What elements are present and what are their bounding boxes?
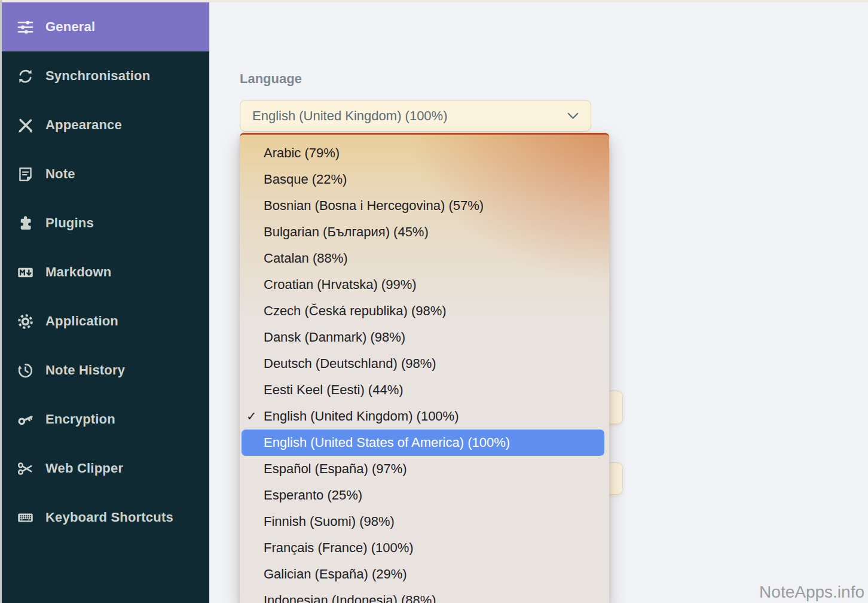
dropdown-option[interactable]: Basque (22%) [240, 166, 609, 193]
language-option-list: Arabic (79%) Basque (22%) Bosnian (Bosna… [240, 140, 609, 603]
dropdown-option[interactable]: Croatian (Hrvatska) (99%) [240, 272, 609, 298]
watermark-text: NoteApps.info [759, 583, 864, 602]
dropdown-option-label: Deutsch (Deutschland) (98%) [264, 356, 436, 371]
dropdown-option-label: Dansk (Danmark) (98%) [264, 330, 405, 345]
sidebar-item-plugins[interactable]: Plugins [0, 199, 209, 248]
dropdown-option[interactable]: Esperanto (25%) [240, 482, 609, 508]
sidebar-item-label: Plugins [45, 215, 94, 231]
dropdown-option[interactable]: Bosnian (Bosna i Hercegovina) (57%) [240, 193, 609, 219]
sidebar-item-encryption[interactable]: Encryption [0, 395, 209, 444]
sidebar-item-label: Note History [45, 363, 125, 378]
dropdown-option[interactable]: Dansk (Danmark) (98%) [240, 324, 609, 351]
window-left-border [0, 0, 2, 603]
sidebar-item-application[interactable]: Application [0, 297, 209, 346]
dropdown-option-label: Arabic (79%) [264, 145, 340, 161]
sidebar-item-note-history[interactable]: Note History [0, 346, 209, 395]
dropdown-option-label: Indonesian (Indonesia) (88%) [264, 593, 436, 603]
sidebar-item-general[interactable]: General [0, 2, 209, 51]
sidebar-item-label: Web Clipper [45, 461, 123, 476]
dropdown-option-label: Finnish (Suomi) (98%) [264, 514, 395, 529]
keyboard-icon [16, 508, 35, 527]
settings-content: Language English (United Kingdom) (100%)… [209, 0, 868, 603]
dropdown-option-label: Bulgarian (България) (45%) [264, 224, 429, 240]
dropdown-option-label: Galician (España) (29%) [264, 567, 407, 582]
sidebar-item-markdown[interactable]: Markdown [0, 248, 209, 297]
dropdown-option[interactable]: ✓ English (United Kingdom) (100%) [240, 403, 609, 430]
gear-icon [16, 312, 35, 331]
dropdown-option[interactable]: Finnish (Suomi) (98%) [240, 508, 609, 535]
sidebar-item-label: General [45, 19, 95, 35]
dropdown-option[interactable]: Indonesian (Indonesia) (88%) [240, 587, 609, 603]
dropdown-option[interactable]: Deutsch (Deutschland) (98%) [240, 351, 609, 377]
sidebar-item-appearance[interactable]: Appearance [0, 100, 209, 150]
dropdown-option-label: Czech (Česká republika) (98%) [264, 303, 447, 319]
sidebar-item-web-clipper[interactable]: Web Clipper [0, 444, 209, 493]
dropdown-option[interactable]: Eesti Keel (Eesti) (44%) [240, 377, 609, 403]
dropdown-option[interactable]: Français (France) (100%) [240, 535, 609, 561]
dropdown-option[interactable]: English (United States of America) (100%… [242, 430, 604, 456]
checkmark-icon: ✓ [246, 409, 262, 424]
clipper-icon [16, 459, 35, 478]
history-clock-icon [16, 361, 35, 380]
dropdown-option-label: Français (France) (100%) [264, 540, 414, 556]
dropdown-option[interactable]: Galician (España) (29%) [240, 561, 609, 587]
dropdown-option[interactable]: Czech (Česká republika) (98%) [240, 298, 609, 324]
dropdown-option[interactable]: Español (España) (97%) [240, 456, 609, 482]
sidebar-item-label: Application [45, 313, 118, 329]
sidebar-item-keyboard-shortcuts[interactable]: Keyboard Shortcuts [0, 493, 209, 542]
dropdown-option-label: Bosnian (Bosna i Hercegovina) (57%) [264, 198, 484, 214]
sliders-icon [16, 18, 35, 36]
language-select-value: English (United Kingdom) (100%) [252, 108, 448, 124]
dropdown-option-label: English (United States of America) (100%… [264, 435, 510, 450]
window-top-border [0, 0, 868, 2]
puzzle-icon [16, 214, 35, 233]
sidebar-item-label: Keyboard Shortcuts [45, 510, 173, 525]
key-icon [16, 410, 35, 429]
markdown-icon [16, 263, 35, 282]
settings-sidebar: General Synchronisation Appearance Note … [0, 0, 209, 603]
app-window: General Synchronisation Appearance Note … [0, 0, 868, 603]
dropdown-option-label: Español (España) (97%) [264, 461, 407, 477]
language-select[interactable]: English (United Kingdom) (100%) [240, 100, 591, 132]
sidebar-item-label: Synchronisation [45, 68, 150, 84]
language-dropdown-menu: Arabic (79%) Basque (22%) Bosnian (Bosna… [240, 133, 609, 603]
dropdown-option-label: Basque (22%) [264, 172, 347, 187]
dropdown-option-label: English (United Kingdom) (100%) [264, 409, 459, 424]
settings-nav: General Synchronisation Appearance Note … [0, 0, 209, 542]
sidebar-item-note[interactable]: Note [0, 150, 209, 199]
dropdown-option[interactable]: Bulgarian (България) (45%) [240, 219, 609, 245]
sidebar-item-label: Markdown [45, 264, 111, 280]
sidebar-item-label: Appearance [45, 117, 122, 133]
sidebar-item-label: Note [45, 166, 75, 182]
dropdown-option[interactable]: Catalan (88%) [240, 245, 609, 272]
sidebar-item-synchronisation[interactable]: Synchronisation [0, 51, 209, 100]
dropdown-option-label: Eesti Keel (Eesti) (44%) [264, 382, 404, 398]
dropdown-option-label: Esperanto (25%) [264, 488, 362, 503]
sidebar-item-label: Encryption [45, 412, 115, 427]
language-label: Language [240, 71, 302, 87]
note-icon [16, 165, 35, 184]
sync-icon [16, 67, 35, 86]
chevron-down-icon [567, 112, 579, 120]
dropdown-option[interactable]: Arabic (79%) [240, 140, 609, 166]
dropdown-option-label: Croatian (Hrvatska) (99%) [264, 277, 417, 293]
pencil-brush-icon [16, 116, 35, 135]
dropdown-option-label: Catalan (88%) [264, 251, 348, 266]
